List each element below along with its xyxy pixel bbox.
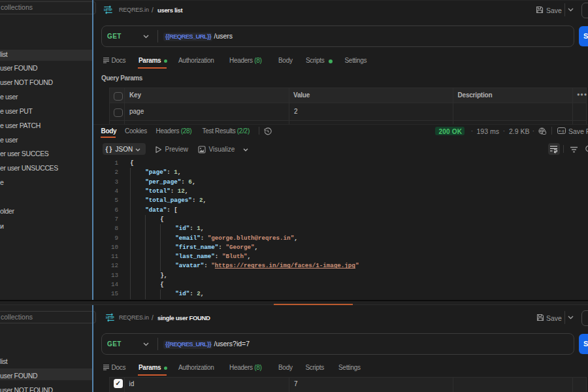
svg-text:HTTP: HTTP xyxy=(106,316,114,319)
svg-text:HTTP: HTTP xyxy=(103,8,112,12)
